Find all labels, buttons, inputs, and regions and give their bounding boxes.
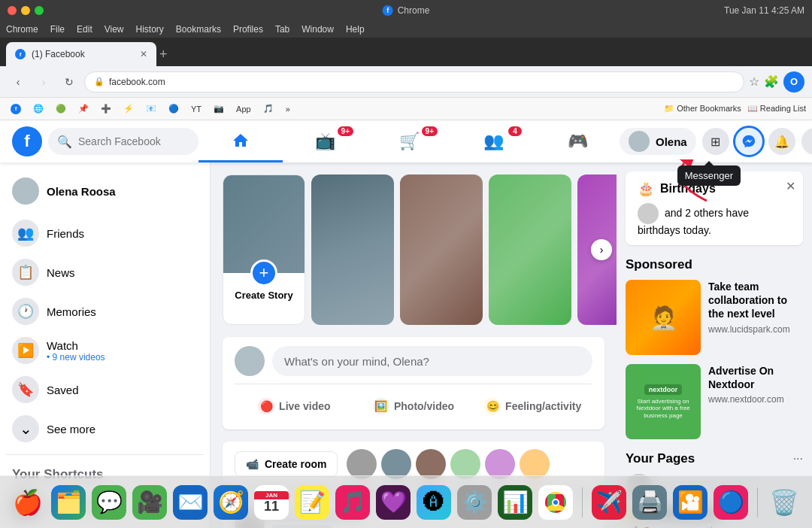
fb-logo: f: [12, 126, 42, 156]
ad-2-small-text: Start advertising on Nextdoor with a fre…: [632, 398, 695, 420]
bookmark-item[interactable]: f: [6, 102, 26, 116]
menu-edit[interactable]: Edit: [77, 24, 92, 35]
sidebar-item-memories[interactable]: 🕐 Memories: [6, 292, 204, 331]
menu-window[interactable]: Window: [301, 24, 334, 35]
dock-calendar[interactable]: JAN 11: [254, 485, 289, 520]
dock-safari[interactable]: 🧭: [214, 485, 248, 520]
grid-button[interactable]: ⊞: [702, 128, 729, 155]
bookmark-camera[interactable]: 📷: [209, 102, 229, 115]
dock-zoom[interactable]: 🎦: [673, 485, 707, 520]
menu-tab[interactable]: Tab: [275, 24, 289, 35]
nav-home[interactable]: [198, 120, 283, 162]
bookmark-more[interactable]: »: [281, 103, 295, 115]
dock-trash[interactable]: 🗑️: [767, 485, 801, 520]
tab-close-icon[interactable]: ✕: [140, 49, 147, 59]
ad-card-1[interactable]: 🧑‍💼 Take team collaboration to the next …: [626, 280, 803, 355]
close-btn[interactable]: [8, 6, 17, 15]
sidebar-item-watch[interactable]: ▶️ Watch • 9 new videos: [6, 331, 204, 370]
dock-airmail[interactable]: ✈️: [592, 485, 626, 520]
user-chip[interactable]: Olena: [620, 128, 696, 155]
dock-notes[interactable]: 📝: [295, 485, 329, 520]
see-more-icon: ⌄: [12, 415, 39, 442]
back-button[interactable]: ‹: [8, 71, 29, 93]
create-room-button[interactable]: 📹 Create room: [235, 451, 338, 477]
system-time: Tue Jan 11 4:25 AM: [724, 5, 804, 16]
dock-system-prefs[interactable]: ⚙️: [457, 485, 492, 520]
settings-chevron-button[interactable]: ▾: [801, 128, 812, 155]
nav-marketplace[interactable]: 🛒 9+: [367, 120, 451, 162]
story-card-2[interactable]: [400, 174, 483, 325]
bookmark-ext-2[interactable]: 📧: [141, 102, 161, 115]
bookmark-ext-3[interactable]: 🔵: [164, 102, 183, 115]
profile-avatar-btn[interactable]: O: [783, 71, 804, 93]
menu-bookmarks[interactable]: Bookmarks: [176, 24, 221, 35]
bookmark-apps[interactable]: 🌐: [29, 102, 48, 115]
bookmark-app-label[interactable]: App: [232, 103, 256, 115]
bookmark-star-icon[interactable]: ☆: [749, 74, 759, 89]
forward-button[interactable]: ›: [33, 71, 54, 93]
active-tab[interactable]: f (1) Facebook ✕: [6, 42, 156, 66]
notifications-button[interactable]: 🔔: [768, 128, 795, 155]
menu-profiles[interactable]: Profiles: [233, 24, 263, 35]
dock-appstore[interactable]: 🅐: [417, 485, 451, 520]
create-story-card[interactable]: + Create Story: [223, 174, 305, 325]
reading-list-link[interactable]: 📖 Reading List: [747, 104, 806, 114]
search-input[interactable]: [78, 135, 191, 147]
bookmark-plus[interactable]: ➕: [96, 102, 116, 115]
birthday-close-button[interactable]: ✕: [786, 179, 795, 193]
bookmark-ext-1[interactable]: ⚡: [119, 102, 138, 115]
menu-chrome[interactable]: Chrome: [6, 24, 38, 35]
minimize-btn[interactable]: [21, 6, 30, 15]
your-pages-more-button[interactable]: ···: [793, 452, 803, 466]
maximize-btn[interactable]: [35, 6, 44, 15]
dock-printer[interactable]: 🖨️: [632, 485, 667, 520]
dock-facetime[interactable]: 🎥: [132, 485, 167, 520]
bookmark-t[interactable]: 📌: [74, 102, 93, 115]
nav-groups[interactable]: 👥 4: [451, 120, 535, 162]
live-video-button[interactable]: 🔴 Live video: [235, 392, 354, 420]
dock-finder[interactable]: 🍎: [11, 485, 45, 520]
url-bar[interactable]: 🔒 facebook.com: [84, 71, 744, 93]
stories-scroll-button[interactable]: ›: [591, 239, 612, 260]
photo-video-button[interactable]: 🖼️ Photo/video: [354, 392, 474, 420]
dock-excel[interactable]: 📊: [498, 485, 532, 520]
dock-calendar-day: 11: [264, 499, 279, 513]
other-bookmarks-link[interactable]: 📁 Other Bookmarks: [664, 104, 741, 114]
feeling-activity-button[interactable]: 😊 Feeling/activity: [473, 392, 592, 420]
menu-view[interactable]: View: [105, 24, 124, 35]
extension-puzzle-icon[interactable]: 🧩: [764, 74, 779, 89]
fb-search-bar[interactable]: 🔍: [48, 128, 198, 155]
dock-quicktime[interactable]: 🔵: [714, 485, 748, 520]
dock-launchpad[interactable]: 🗂️: [51, 485, 86, 520]
menu-help[interactable]: Help: [346, 24, 365, 35]
story-card-3[interactable]: [489, 174, 571, 325]
window-controls[interactable]: [8, 6, 44, 15]
bookmark-ext-4[interactable]: 🎵: [259, 102, 278, 115]
user-name: Olena: [656, 135, 687, 148]
new-tab-button[interactable]: +: [159, 42, 168, 66]
messenger-button[interactable]: [735, 128, 762, 155]
nav-gaming[interactable]: 🎮: [535, 120, 620, 162]
story-card-1[interactable]: [311, 174, 394, 325]
create-story-plus-button[interactable]: +: [250, 259, 277, 287]
menu-file[interactable]: File: [50, 24, 65, 35]
dock-music[interactable]: 🎵: [335, 485, 370, 520]
sidebar-user[interactable]: Olena Roosa: [6, 171, 204, 211]
menu-history[interactable]: History: [136, 24, 164, 35]
sidebar-item-see-more[interactable]: ⌄ See more: [6, 409, 204, 448]
reload-button[interactable]: ↻: [59, 71, 80, 93]
dock-chrome[interactable]: [538, 485, 573, 520]
dock-mail[interactable]: ✉️: [173, 485, 208, 520]
bookmark-green[interactable]: 🟢: [51, 102, 71, 115]
dock-messages[interactable]: 💬: [92, 485, 126, 520]
sidebar-item-news[interactable]: 📋 News: [6, 253, 204, 292]
sidebar-saved-label: Saved: [47, 384, 79, 396]
ad-1-thumbnail: 🧑‍💼: [626, 280, 701, 355]
bookmark-yt[interactable]: YT: [186, 103, 206, 115]
dock-slack[interactable]: 💜: [376, 485, 411, 520]
nav-watch[interactable]: 📺 9+: [283, 120, 367, 162]
sidebar-item-saved[interactable]: 🔖 Saved: [6, 370, 204, 409]
sidebar-item-friends[interactable]: 👥 Friends: [6, 214, 204, 253]
post-input[interactable]: What's on your mind, Olena?: [272, 346, 592, 376]
ad-card-2[interactable]: nextdoor Start advertising on Nextdoor w…: [626, 364, 803, 439]
